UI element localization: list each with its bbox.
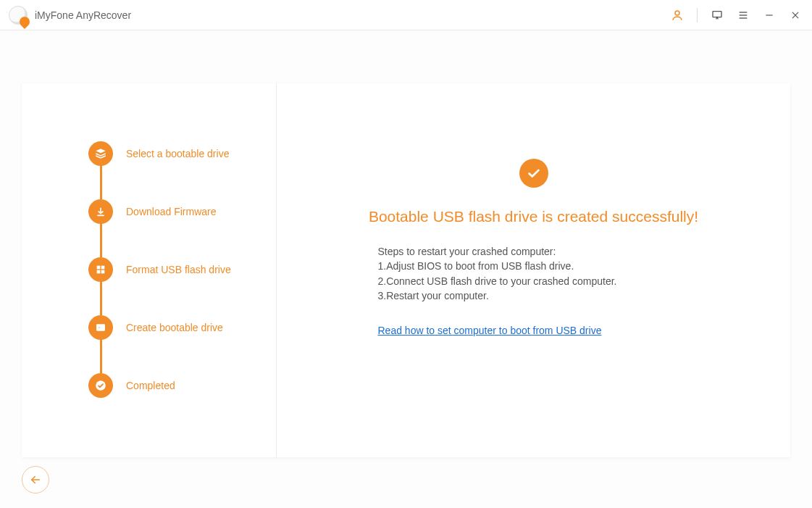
main-content: Bootable USB flash drive is created succ… [277, 83, 790, 457]
svg-rect-9 [101, 266, 105, 270]
download-icon [88, 199, 113, 224]
instructions-block: Steps to restart your crashed computer: … [378, 244, 690, 338]
step-connector [100, 221, 102, 257]
step-label: Download Firmware [126, 206, 216, 217]
step-connector [100, 337, 102, 373]
step-connector [100, 279, 102, 315]
success-title: Bootable USB flash drive is created succ… [369, 208, 698, 225]
titlebar-right [671, 8, 802, 22]
instruction-line-2: 2.Connect USB flash drive to your crashe… [378, 274, 690, 288]
svg-rect-10 [97, 270, 101, 274]
instruction-line-1: 1.Adjust BIOS to boot from USB flash dri… [378, 259, 690, 273]
step-label: Select a bootable drive [126, 148, 229, 159]
steps-sidebar: Select a bootable drive Download Firmwar… [22, 83, 277, 457]
content-area: Select a bootable drive Download Firmwar… [0, 30, 812, 508]
step-label: Format USB flash drive [126, 264, 231, 275]
feedback-icon[interactable] [711, 9, 724, 22]
svg-point-13 [99, 327, 101, 329]
step-label: Completed [126, 380, 175, 391]
svg-rect-11 [101, 270, 105, 274]
account-icon[interactable] [671, 9, 684, 22]
help-link[interactable]: Read how to set computer to boot from US… [378, 323, 602, 338]
step-select-bootable-drive: Select a bootable drive [88, 141, 276, 166]
close-icon[interactable] [789, 9, 802, 22]
minimize-icon[interactable] [763, 9, 776, 22]
menu-icon[interactable] [737, 9, 750, 22]
app-title: iMyFone AnyRecover [35, 9, 131, 21]
step-completed: Completed [88, 373, 276, 398]
svg-point-0 [675, 11, 679, 15]
step-connector [100, 163, 102, 199]
format-icon [88, 257, 113, 282]
step-create-bootable: Create bootable drive [88, 315, 276, 340]
step-format-usb: Format USB flash drive [88, 257, 276, 282]
main-panel: Select a bootable drive Download Firmwar… [22, 83, 790, 457]
check-circle-icon [88, 373, 113, 398]
titlebar-separator [697, 8, 698, 22]
titlebar: iMyFone AnyRecover [0, 0, 812, 30]
success-check-icon [519, 159, 548, 188]
drive-icon [88, 315, 113, 340]
arrow-left-icon [29, 473, 42, 486]
app-logo-icon [9, 6, 28, 25]
svg-rect-8 [97, 266, 101, 270]
instructions-intro: Steps to restart your crashed computer: [378, 244, 690, 259]
instruction-line-3: 3.Restart your computer. [378, 288, 690, 303]
back-button[interactable] [22, 466, 49, 494]
layers-icon [88, 141, 113, 166]
step-download-firmware: Download Firmware [88, 199, 276, 224]
step-label: Create bootable drive [126, 322, 223, 333]
logo-wrap: iMyFone AnyRecover [9, 6, 131, 25]
